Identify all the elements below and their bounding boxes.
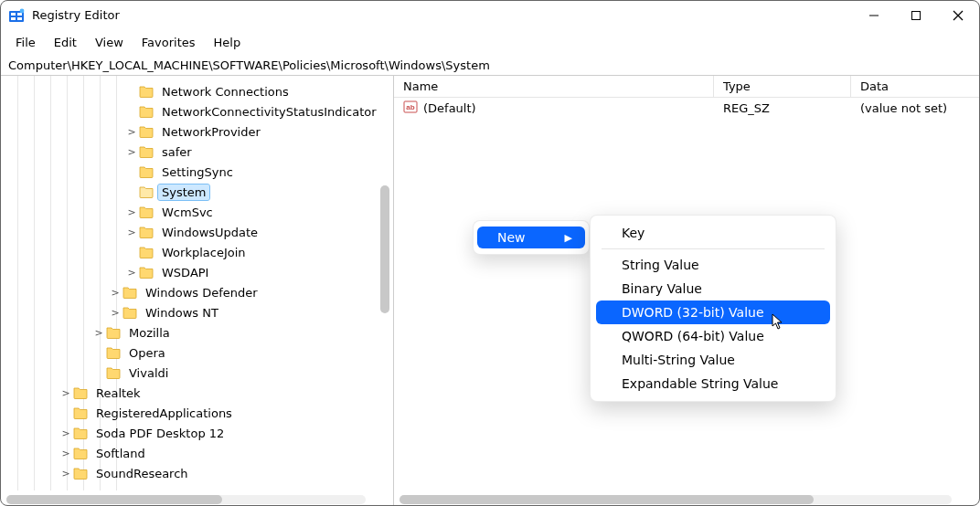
folder-icon bbox=[138, 83, 154, 100]
row-value-data: (value not set) bbox=[851, 101, 979, 115]
caret-icon[interactable]: > bbox=[59, 387, 72, 399]
folder-icon bbox=[105, 364, 122, 381]
column-type[interactable]: Type bbox=[714, 76, 851, 97]
menu-favorites[interactable]: Favorites bbox=[133, 34, 205, 51]
folder-icon bbox=[105, 344, 122, 361]
folder-icon bbox=[138, 184, 154, 200]
maximize-button[interactable] bbox=[895, 1, 937, 29]
context-menu: New ▶ bbox=[473, 220, 590, 255]
regedit-app-icon bbox=[8, 7, 25, 24]
tree-item-soundresearch[interactable]: >SoundResearch bbox=[1, 463, 393, 483]
folder-icon bbox=[138, 143, 154, 160]
caret-icon[interactable]: > bbox=[125, 227, 138, 238]
menu-file[interactable]: File bbox=[6, 34, 45, 51]
menu-item-string[interactable]: String Value bbox=[596, 253, 830, 277]
menu-help[interactable]: Help bbox=[205, 34, 250, 51]
window-title: Registry Editor bbox=[32, 8, 853, 22]
svg-rect-7 bbox=[912, 11, 921, 19]
tree-item-settingsync[interactable]: SettingSync bbox=[1, 162, 393, 182]
tree-item-windows-nt[interactable]: >Windows NT bbox=[1, 302, 393, 322]
column-data[interactable]: Data bbox=[851, 76, 979, 97]
tree-item-network-connections[interactable]: Network Connections bbox=[1, 81, 393, 101]
menu-item-label: Binary Value bbox=[622, 281, 702, 296]
tree-scrollbar-horizontal[interactable] bbox=[6, 495, 366, 504]
tree-item-label: Softland bbox=[92, 446, 149, 461]
tree-item-soda-pdf[interactable]: >Soda PDF Desktop 12 bbox=[1, 423, 393, 443]
tree-item-label: Vivaldi bbox=[125, 365, 172, 381]
tree-scrollbar-vertical[interactable] bbox=[380, 185, 389, 313]
tree-item-label: Network Connections bbox=[158, 84, 293, 100]
close-button[interactable] bbox=[937, 1, 979, 29]
folder-icon bbox=[122, 284, 138, 300]
context-menu-new[interactable]: New ▶ bbox=[477, 227, 585, 248]
caret-icon[interactable]: > bbox=[109, 287, 122, 299]
menu-item-label: String Value bbox=[622, 258, 699, 272]
caret-icon[interactable]: > bbox=[125, 267, 138, 279]
folder-icon bbox=[72, 405, 89, 421]
menu-item-key[interactable]: Key bbox=[596, 221, 830, 245]
tree-item-workplacejoin[interactable]: WorkplaceJoin bbox=[1, 242, 393, 262]
caret-icon[interactable]: > bbox=[59, 448, 72, 459]
caret-icon[interactable]: > bbox=[109, 307, 122, 319]
address-bar[interactable]: Computer\HKEY_LOCAL_MACHINE\SOFTWARE\Pol… bbox=[1, 54, 979, 76]
menu-item-qword64[interactable]: QWORD (64-bit) Value bbox=[596, 324, 830, 348]
minimize-button[interactable] bbox=[853, 1, 895, 29]
folder-icon bbox=[138, 204, 154, 220]
menu-item-expandable[interactable]: Expandable String Value bbox=[596, 372, 830, 395]
tree-item-ncsi[interactable]: NetworkConnectivityStatusIndicator bbox=[1, 101, 393, 121]
svg-rect-4 bbox=[17, 17, 22, 20]
table-row[interactable]: ab(Default)REG_SZ(value not set) bbox=[394, 98, 979, 118]
menu-edit[interactable]: Edit bbox=[45, 34, 86, 51]
tree-item-vivaldi[interactable]: Vivaldi bbox=[1, 363, 393, 383]
caret-icon[interactable]: > bbox=[125, 206, 138, 218]
tree-item-label: Realtek bbox=[92, 385, 144, 401]
tree-item-label: SettingSync bbox=[158, 164, 237, 180]
tree-item-label: WorkplaceJoin bbox=[158, 245, 250, 260]
tree-item-label: Mozilla bbox=[125, 325, 174, 341]
column-name[interactable]: Name bbox=[394, 76, 714, 97]
titlebar: Registry Editor bbox=[1, 1, 979, 30]
tree-item-softland[interactable]: >Softland bbox=[1, 443, 393, 463]
menu-item-multistring[interactable]: Multi-String Value bbox=[596, 348, 830, 372]
tree-item-label: Windows NT bbox=[142, 305, 222, 321]
menu-item-label: Expandable String Value bbox=[622, 376, 778, 391]
svg-rect-2 bbox=[17, 13, 22, 16]
tree-item-system[interactable]: System bbox=[1, 182, 393, 202]
menu-item-dword32[interactable]: DWORD (32-bit) Value bbox=[596, 300, 830, 324]
caret-icon[interactable]: > bbox=[59, 468, 72, 480]
menu-view[interactable]: View bbox=[86, 34, 133, 51]
tree-item-wsdapi[interactable]: >WSDAPI bbox=[1, 262, 393, 282]
tree-item-label: SoundResearch bbox=[92, 466, 192, 481]
row-value-type: REG_SZ bbox=[714, 101, 851, 115]
tree-item-realtek[interactable]: >Realtek bbox=[1, 383, 393, 403]
caret-icon[interactable]: > bbox=[92, 327, 105, 339]
tree-item-windows-defender[interactable]: >Windows Defender bbox=[1, 282, 393, 302]
svg-rect-3 bbox=[11, 17, 16, 20]
tree-item-mozilla[interactable]: >Mozilla bbox=[1, 322, 393, 343]
folder-icon bbox=[122, 304, 138, 321]
menu-item-label: DWORD (32-bit) Value bbox=[622, 305, 764, 320]
folder-icon bbox=[72, 465, 89, 481]
context-submenu-new: KeyString ValueBinary ValueDWORD (32-bit… bbox=[590, 215, 836, 402]
tree-item-networkprovider[interactable]: >NetworkProvider bbox=[1, 121, 393, 142]
tree-item-label: NetworkConnectivityStatusIndicator bbox=[158, 104, 380, 120]
list-scrollbar-horizontal[interactable] bbox=[399, 495, 952, 504]
tree-item-label: System bbox=[158, 184, 209, 200]
tree-item-opera[interactable]: Opera bbox=[1, 343, 393, 363]
tree-item-wcmsvc[interactable]: >WcmSvc bbox=[1, 202, 393, 222]
string-value-icon: ab bbox=[403, 100, 418, 117]
menu-item-label: Key bbox=[622, 226, 644, 240]
tree-item-label: RegisteredApplications bbox=[92, 406, 236, 421]
tree-item-registeredapplications[interactable]: RegisteredApplications bbox=[1, 403, 393, 423]
caret-icon[interactable]: > bbox=[125, 146, 138, 158]
tree-item-label: WindowsUpdate bbox=[158, 225, 261, 240]
caret-icon[interactable]: > bbox=[59, 427, 72, 439]
caret-icon[interactable]: > bbox=[125, 126, 138, 138]
svg-text:ab: ab bbox=[406, 103, 414, 111]
tree-item-safer[interactable]: >safer bbox=[1, 142, 393, 162]
folder-icon bbox=[72, 445, 89, 461]
tree-item-windowsupdate[interactable]: >WindowsUpdate bbox=[1, 222, 393, 242]
menu-item-binary[interactable]: Binary Value bbox=[596, 277, 830, 300]
svg-point-5 bbox=[20, 8, 25, 13]
folder-icon bbox=[138, 264, 154, 280]
